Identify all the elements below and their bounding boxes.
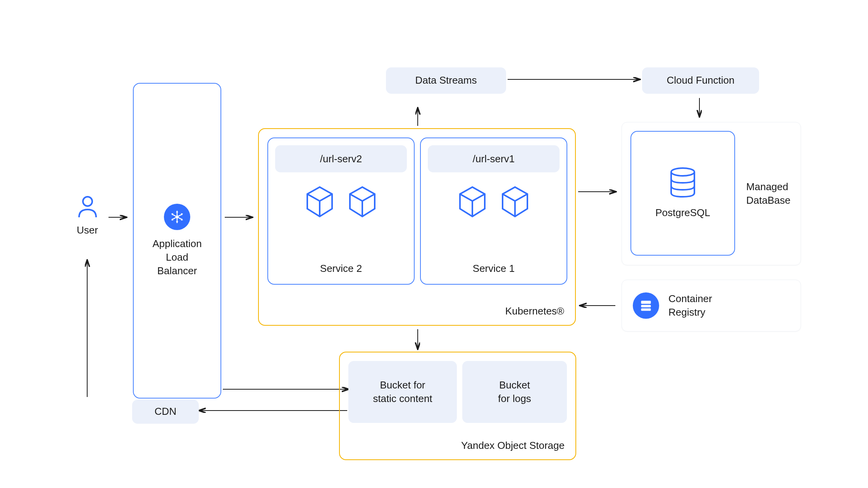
svg-marker-19 <box>176 221 178 223</box>
data-streams-node: Data Streams <box>386 67 506 94</box>
user-icon <box>78 196 98 218</box>
alb-node: Application Load Balancer <box>133 83 221 399</box>
service1-url: /url-serv1 <box>473 153 515 165</box>
svg-line-11 <box>177 214 182 217</box>
cube-icon <box>499 185 530 219</box>
object-storage-container: Yandex Object Storage Bucket for static … <box>339 352 576 460</box>
service1-name: Service 1 <box>421 262 567 275</box>
container-registry-icon <box>633 292 659 319</box>
svg-rect-23 <box>641 301 651 304</box>
service1-url-box: /url-serv1 <box>428 145 560 172</box>
object-storage-label: Yandex Object Storage <box>461 439 565 452</box>
service1-box: /url-serv1 Service 1 <box>420 137 567 285</box>
load-balancer-icon <box>164 204 190 230</box>
cdn-node: CDN <box>132 400 199 424</box>
service2-name: Service 2 <box>268 262 414 275</box>
container-registry-label: Container Registry <box>668 292 712 319</box>
svg-rect-24 <box>641 305 651 307</box>
user-label: User <box>77 223 98 237</box>
cloud-function-label: Cloud Function <box>667 74 735 87</box>
bucket-logs-label: Bucket for logs <box>498 378 531 406</box>
service2-box: /url-serv2 Service 2 <box>267 137 415 285</box>
cube-icon <box>347 185 378 219</box>
cube-icon <box>457 185 488 219</box>
alb-label: Application Load Balancer <box>152 237 202 278</box>
service2-url-box: /url-serv2 <box>275 145 407 172</box>
cdn-label: CDN <box>155 405 176 418</box>
svg-line-12 <box>177 217 182 220</box>
managed-db-label: Managed DataBase <box>746 180 790 207</box>
cloud-function-node: Cloud Function <box>642 67 759 94</box>
service2-url: /url-serv2 <box>320 153 362 165</box>
svg-point-22 <box>671 168 694 176</box>
postgresql-label: PostgreSQL <box>655 206 710 220</box>
data-streams-label: Data Streams <box>415 74 477 87</box>
container-registry-card: Container Registry <box>622 280 801 332</box>
svg-line-15 <box>172 214 177 217</box>
cube-icon <box>304 185 335 219</box>
svg-line-14 <box>172 217 177 220</box>
bucket-logs-node: Bucket for logs <box>462 361 567 423</box>
bucket-static-label: Bucket for static content <box>373 378 432 406</box>
service2-cubes <box>268 185 414 219</box>
user-node: User <box>71 196 104 237</box>
kubernetes-label: Kubernetes® <box>505 304 564 318</box>
svg-point-8 <box>83 197 92 206</box>
service1-cubes <box>421 185 567 219</box>
bucket-static-node: Bucket for static content <box>348 361 457 423</box>
managed-db-card: PostgreSQL Managed DataBase <box>622 122 801 265</box>
kubernetes-container: Kubernetes® /url-serv2 Service 2 /url-se… <box>258 128 576 326</box>
svg-rect-25 <box>641 308 651 311</box>
postgresql-box: PostgreSQL <box>630 131 735 256</box>
database-icon <box>668 167 698 198</box>
svg-marker-16 <box>176 210 178 213</box>
